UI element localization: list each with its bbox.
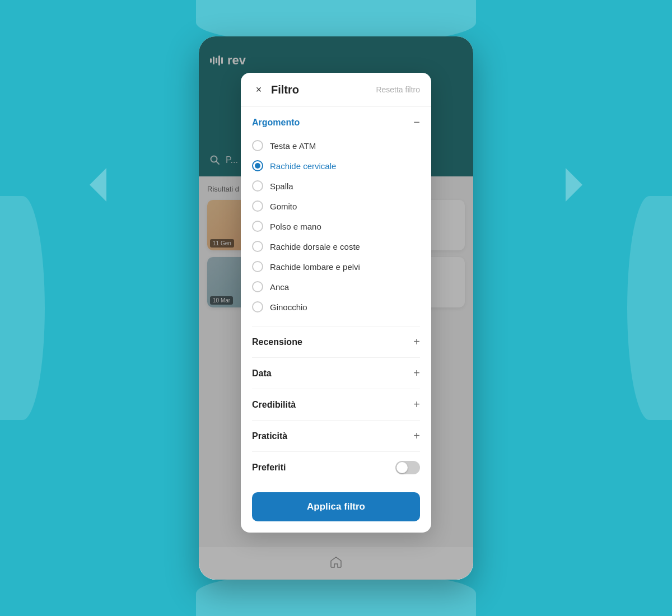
radio-circle-polso — [252, 221, 263, 232]
data-section-header[interactable]: Data + — [252, 367, 420, 380]
filter-section-credibilita: Credibilità + — [252, 389, 420, 421]
radio-item-rachide-dorsale[interactable]: Rachide dorsale e coste — [252, 236, 420, 256]
radio-circle-rachide-cervicale — [252, 160, 263, 171]
bg-shape-right — [627, 196, 672, 420]
reset-filter-button[interactable]: Resetta filtro — [376, 85, 420, 94]
filter-body: Argomento − Testa e ATM Rachide cervical… — [241, 107, 431, 483]
radio-item-gomito[interactable]: Gomito — [252, 196, 420, 216]
recensione-section-title: Recensione — [252, 337, 302, 347]
praticita-section-header[interactable]: Praticità + — [252, 430, 420, 442]
radio-item-anca[interactable]: Anca — [252, 277, 420, 297]
radio-circle-testa — [252, 140, 263, 151]
credibilita-section-header[interactable]: Credibilità + — [252, 398, 420, 411]
recensione-section-header[interactable]: Recensione + — [252, 335, 420, 348]
toggle-knob — [396, 462, 408, 473]
filter-section-argomento: Argomento − Testa e ATM Rachide cervical… — [252, 107, 420, 326]
radio-label-rachide-dorsale: Rachide dorsale e coste — [270, 242, 360, 251]
radio-item-testa[interactable]: Testa e ATM — [252, 136, 420, 156]
radio-item-ginocchio[interactable]: Ginocchio — [252, 297, 420, 317]
radio-item-rachide-lombare[interactable]: Rachide lombare e pelvi — [252, 256, 420, 277]
radio-circle-anca — [252, 281, 263, 292]
preferiti-label: Preferiti — [252, 463, 286, 473]
argomento-section-header[interactable]: Argomento − — [252, 116, 420, 129]
argomento-toggle-icon: − — [413, 116, 420, 129]
radio-label-spalla: Spalla — [270, 181, 293, 191]
modal-overlay: × Filtro Resetta filtro Argomento − — [199, 36, 473, 580]
credibilita-toggle-icon: + — [413, 398, 420, 411]
modal-title: Filtro — [271, 83, 299, 96]
radio-circle-rachide-lombare — [252, 261, 263, 272]
radio-item-rachide-cervicale[interactable]: Rachide cervicale — [252, 156, 420, 176]
arrow-right-decoration — [566, 168, 582, 202]
filter-section-praticita: Praticità + — [252, 421, 420, 452]
radio-label-rachide-cervicale: Rachide cervicale — [270, 161, 336, 171]
radio-circle-spalla — [252, 180, 263, 192]
radio-label-testa: Testa e ATM — [270, 141, 316, 151]
praticita-toggle-icon: + — [413, 430, 420, 442]
modal-header: × Filtro Resetta filtro — [241, 73, 431, 107]
filter-section-data: Data + — [252, 358, 420, 389]
radio-label-polso: Polso e mano — [270, 222, 321, 231]
app-container: rev P... Risultati d 11 Gen L'educa neur… — [199, 36, 473, 580]
recensione-toggle-icon: + — [413, 335, 420, 348]
arrow-left-decoration — [90, 168, 106, 202]
radio-item-spalla[interactable]: Spalla — [252, 176, 420, 196]
argomento-radio-list: Testa e ATM Rachide cervicale Spalla — [252, 136, 420, 317]
close-button[interactable]: × — [252, 83, 265, 96]
radio-label-rachide-lombare: Rachide lombare e pelvi — [270, 262, 360, 272]
modal-header-left: × Filtro — [252, 83, 299, 96]
radio-item-polso[interactable]: Polso e mano — [252, 216, 420, 236]
filter-section-recensione: Recensione + — [252, 326, 420, 358]
bg-shape-left — [0, 196, 45, 420]
filter-modal: × Filtro Resetta filtro Argomento − — [241, 73, 431, 533]
data-toggle-icon: + — [413, 367, 420, 380]
preferiti-toggle[interactable] — [395, 461, 420, 474]
apply-section: Applica filtro — [241, 483, 431, 533]
radio-label-anca: Anca — [270, 282, 289, 292]
radio-circle-rachide-dorsale — [252, 241, 263, 252]
radio-label-ginocchio: Ginocchio — [270, 302, 307, 312]
credibilita-section-title: Credibilità — [252, 400, 296, 410]
preferiti-row: Preferiti — [252, 452, 420, 483]
argomento-section-title: Argomento — [252, 118, 300, 128]
apply-filter-button[interactable]: Applica filtro — [252, 492, 420, 521]
data-section-title: Data — [252, 368, 272, 379]
radio-circle-gomito — [252, 200, 263, 212]
praticita-section-title: Praticità — [252, 431, 287, 441]
radio-label-gomito: Gomito — [270, 202, 297, 211]
radio-circle-ginocchio — [252, 301, 263, 312]
